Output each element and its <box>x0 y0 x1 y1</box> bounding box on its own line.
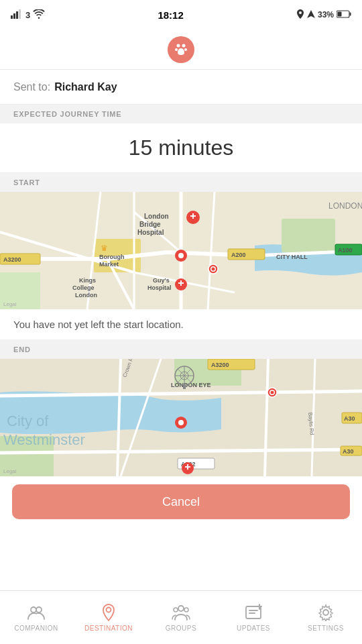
destination-icon <box>99 603 118 622</box>
svg-text:A30: A30 <box>343 448 354 455</box>
svg-text:London: London <box>144 213 169 220</box>
svg-rect-1 <box>13 13 15 19</box>
sidebar-item-settings[interactable]: SETTINGS <box>290 603 362 632</box>
arrow-icon <box>307 10 315 20</box>
svg-text:A3200: A3200 <box>3 256 21 263</box>
sidebar-item-updates[interactable]: UPDATES <box>217 603 290 632</box>
signal-icon <box>11 9 23 21</box>
svg-point-9 <box>175 48 178 51</box>
battery-icon <box>337 10 351 20</box>
companion-label: COMPANION <box>14 625 58 632</box>
svg-rect-102 <box>246 606 261 619</box>
groups-label: GROUPS <box>166 625 196 632</box>
svg-point-107 <box>323 610 328 615</box>
journey-time-block: 15 minutes <box>0 123 362 173</box>
svg-rect-5 <box>349 12 351 15</box>
journey-time-value: 15 minutes <box>129 136 234 160</box>
svg-point-57 <box>178 253 184 258</box>
bottom-nav: COMPANION DESTINATION GROUPS <box>0 590 362 644</box>
svg-text:Kings: Kings <box>79 277 96 284</box>
status-left: 3 <box>11 9 45 21</box>
end-section-header: END <box>0 340 362 359</box>
app-logo <box>168 36 194 63</box>
start-section-header: START <box>0 173 362 192</box>
svg-rect-2 <box>16 11 18 19</box>
svg-point-8 <box>182 44 186 47</box>
svg-text:Legal: Legal <box>3 468 17 474</box>
sent-to-label: Sent to: <box>13 81 50 93</box>
svg-text:Hospital: Hospital <box>147 284 172 291</box>
settings-icon <box>316 603 335 622</box>
svg-rect-43 <box>180 280 182 286</box>
svg-rect-12 <box>282 219 335 252</box>
svg-rect-6 <box>337 11 341 16</box>
destination-label: DESTINATION <box>84 625 133 632</box>
svg-point-96 <box>31 607 36 612</box>
status-time: 18:12 <box>158 9 183 21</box>
network-label: 3 <box>25 10 30 20</box>
svg-text:A100: A100 <box>338 247 353 254</box>
wifi-icon <box>33 9 45 21</box>
svg-text:Guy's: Guy's <box>153 277 170 284</box>
svg-text:Hospital: Hospital <box>137 229 164 236</box>
svg-text:City of: City of <box>7 413 49 429</box>
start-map: A3200 A200 A100 London Bridge Hospital G… <box>0 192 362 309</box>
svg-point-97 <box>36 607 42 612</box>
location-icon <box>296 9 304 21</box>
svg-text:London: London <box>75 292 97 299</box>
svg-rect-3 <box>19 9 21 19</box>
status-right: 33% <box>296 9 351 21</box>
svg-point-89 <box>271 391 274 394</box>
sidebar-item-companion[interactable]: COMPANION <box>0 603 72 632</box>
settings-label: SETTINGS <box>308 625 344 632</box>
cancel-button[interactable]: Cancel <box>12 484 350 519</box>
svg-text:Market: Market <box>99 261 119 268</box>
svg-rect-84 <box>183 385 186 389</box>
updates-icon <box>244 603 263 622</box>
updates-label: UPDATES <box>237 625 270 632</box>
svg-point-101 <box>184 608 188 612</box>
expected-journey-section-header: EXPECTED JOURNEY TIME <box>0 105 362 123</box>
svg-text:LONDON: LONDON <box>328 201 362 211</box>
svg-point-100 <box>174 608 178 612</box>
svg-point-99 <box>178 606 184 611</box>
sent-to-name: Richard Kay <box>54 81 117 93</box>
svg-text:Bridge: Bridge <box>139 221 161 228</box>
end-map: City of Westminster A3200 A302 A30 A3 <box>0 359 362 476</box>
svg-text:A200: A200 <box>231 252 246 258</box>
battery-label: 33% <box>318 10 334 19</box>
svg-point-7 <box>177 44 180 47</box>
svg-point-98 <box>107 608 111 612</box>
svg-text:Legal: Legal <box>3 301 17 307</box>
svg-point-95 <box>178 420 184 425</box>
svg-text:Borough: Borough <box>99 254 125 260</box>
svg-point-52 <box>212 268 215 271</box>
svg-rect-0 <box>11 15 13 19</box>
sent-to-row: Sent to: Richard Kay <box>0 70 362 105</box>
svg-text:CITY HALL: CITY HALL <box>276 254 308 260</box>
svg-text:♛: ♛ <box>101 244 108 253</box>
svg-text:A30: A30 <box>344 415 355 422</box>
sidebar-item-destination[interactable]: DESTINATION <box>72 603 145 632</box>
svg-rect-92 <box>187 464 188 470</box>
start-status-text: You have not yet left the start location… <box>0 309 362 340</box>
svg-text:College: College <box>72 284 95 291</box>
status-bar: 3 18:12 33% <box>0 0 362 30</box>
groups-icon <box>172 603 190 622</box>
sidebar-item-groups[interactable]: GROUPS <box>145 603 217 632</box>
svg-text:Westminster: Westminster <box>3 431 85 448</box>
svg-rect-38 <box>192 213 194 219</box>
svg-point-10 <box>184 48 187 51</box>
content-scroll[interactable]: Sent to: Richard Kay EXPECTED JOURNEY TI… <box>0 70 362 590</box>
app-header <box>0 30 362 70</box>
companion-icon <box>27 603 46 622</box>
svg-text:A3200: A3200 <box>211 362 229 368</box>
